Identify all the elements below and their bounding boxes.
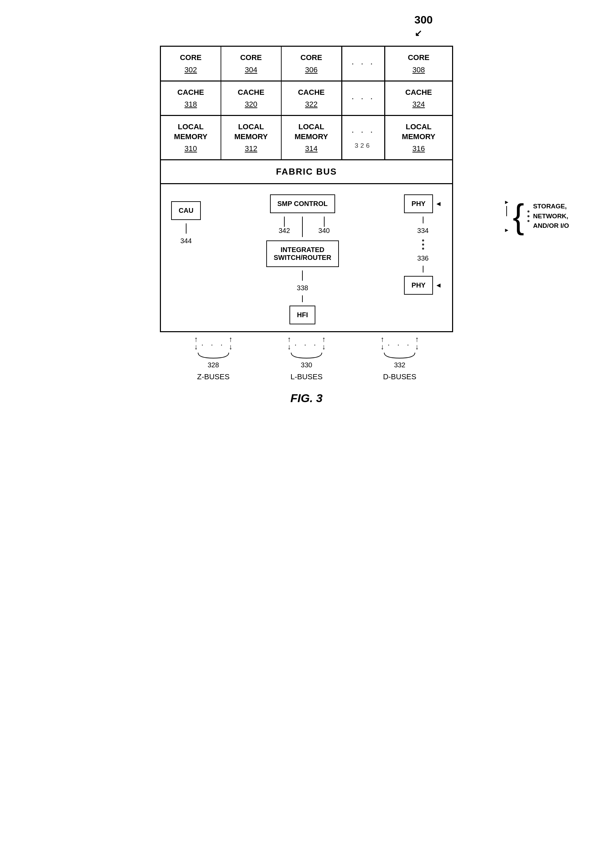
l-buses-bracket-svg xyxy=(289,352,324,359)
phy-col: PHY ◄ 334 xyxy=(404,194,442,294)
page: 300 ↙ CORE 302 CORE 304 xyxy=(0,14,613,405)
cache-324: CACHE 324 xyxy=(384,82,452,115)
phy-bottom-right-arrow: ◄ xyxy=(435,281,442,289)
core-304: CORE 304 xyxy=(221,47,282,81)
local-memory-316: LOCAL MEMORY 316 xyxy=(384,116,452,159)
integrated-switch-router-box: INTEGRATED SWITCH/ROUTER xyxy=(266,240,339,267)
cau-box: CAU xyxy=(171,201,201,220)
fabric-bus: FABRIC BUS xyxy=(161,160,452,184)
local-memory-314: LOCAL MEMORY 314 xyxy=(282,116,341,159)
cau-col: CAU 344 xyxy=(171,201,201,245)
fig-ref-number: 300 ↙ xyxy=(415,14,433,39)
phy-bottom-box: PHY xyxy=(404,276,433,294)
phy-top-box: PHY xyxy=(404,194,433,213)
hfi-box: HFI xyxy=(289,305,315,324)
cores-row: CORE 302 CORE 304 CORE 306 · · · CORE 3 xyxy=(161,47,452,82)
core-302: CORE 302 xyxy=(161,47,221,81)
fig-ref-arrow: ↙ xyxy=(415,28,422,38)
z-buses-group: ↑ ↓ · · · ↑ ↓ 328 Z-BUSES xyxy=(194,336,232,381)
l-buses-group: ↑ ↓ · · · ↑ ↓ 330 L-BUSES xyxy=(287,336,326,381)
lower-section: CAU 344 SMP CONTROL xyxy=(161,184,452,331)
core-306: CORE 306 xyxy=(282,47,341,81)
local-memory-312: LOCAL MEMORY 312 xyxy=(221,116,282,159)
middle-col: SMP CONTROL 342 340 xyxy=(266,194,339,324)
cache-318: CACHE 318 xyxy=(161,82,221,115)
local-memory-row: LOCAL MEMORY 310 LOCAL MEMORY 312 LOCAL … xyxy=(161,116,452,160)
z-buses-bracket-svg xyxy=(197,352,231,359)
caches-row: CACHE 318 CACHE 320 CACHE 322 · · · CACH… xyxy=(161,82,452,116)
cores-left-group: CORE 302 CORE 304 CORE 306 xyxy=(161,47,342,81)
isr-connector xyxy=(302,270,303,281)
cache-322: CACHE 322 xyxy=(282,82,341,115)
d-buses-bracket-svg xyxy=(382,352,416,359)
caches-left-group: CACHE 318 CACHE 320 CACHE 322 xyxy=(161,82,342,115)
d-buses-group: ↑ ↓ · · · ↑ ↓ 332 D-BUSES xyxy=(381,336,419,381)
bus-section: ↑ ↓ · · · ↑ ↓ 328 Z-BUSES xyxy=(160,336,453,381)
storage-dots xyxy=(528,211,529,222)
smp-control-box: SMP CONTROL xyxy=(270,194,335,213)
storage-bracket: { xyxy=(513,199,524,233)
storage-label: STORAGE, NETWORK, AND/OR I/O xyxy=(533,202,569,231)
phy-top-right-arrow: ◄ xyxy=(435,200,442,208)
local-memory-left-group: LOCAL MEMORY 310 LOCAL MEMORY 312 LOCAL … xyxy=(161,116,342,159)
hfi-top-connector xyxy=(302,295,303,302)
caches-ellipsis: · · · xyxy=(342,82,384,115)
chip-diagram: CORE 302 CORE 304 CORE 306 · · · CORE 3 xyxy=(160,46,453,332)
core-308: CORE 308 xyxy=(384,47,452,81)
cores-ellipsis: · · · xyxy=(342,47,384,81)
local-memory-310: LOCAL MEMORY 310 xyxy=(161,116,221,159)
phy-dots xyxy=(422,238,424,251)
local-memory-ellipsis: · · · 326 xyxy=(342,116,384,159)
cache-320: CACHE 320 xyxy=(221,82,282,115)
fig-caption: FIG. 3 xyxy=(291,392,322,405)
cau-connector xyxy=(186,223,186,234)
